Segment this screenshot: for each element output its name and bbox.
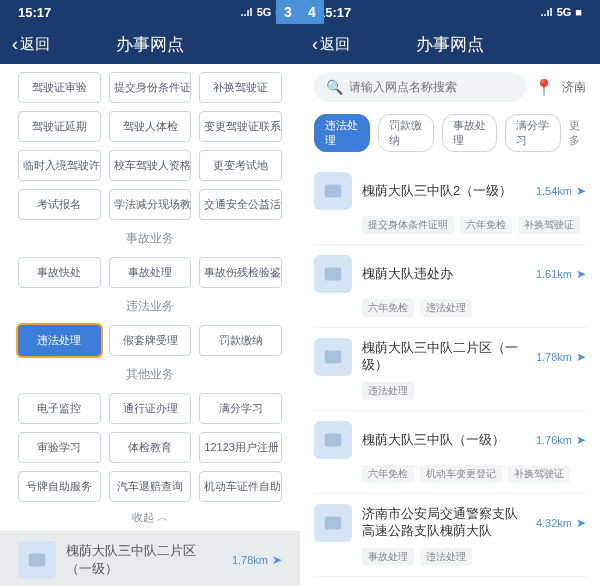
list-title: 槐荫大队三中队二片区（一级） <box>362 340 526 374</box>
filter-chip[interactable]: 事故处理 <box>442 114 498 152</box>
filter-chip-active[interactable]: 违法处理 <box>314 114 370 152</box>
service-chip[interactable]: 驾驶人体检 <box>109 111 192 142</box>
service-chip[interactable]: 通行证办理 <box>109 393 192 424</box>
service-chip[interactable]: 事故处理 <box>109 257 192 288</box>
screenshot-badge: 3 <box>276 0 300 24</box>
list-item[interactable]: 槐荫大队三中队一片区（一级） 5.51km➤ 违法处理 <box>314 577 586 586</box>
collapse-toggle[interactable]: 收起 ︿ <box>18 510 282 525</box>
service-chip[interactable]: 号牌自助服务 <box>18 471 101 502</box>
filter-chip[interactable]: 罚款缴纳 <box>378 114 434 152</box>
list-tag: 六年免检 <box>362 299 414 317</box>
status-right: ..ıl 5G ■ <box>540 6 582 18</box>
svg-rect-0 <box>29 554 46 567</box>
list-item[interactable]: 槐荫大队三中队二片区（一级） 1.78km➤ 违法处理 <box>314 328 586 411</box>
result-distance: 1.78km➤ <box>232 553 282 567</box>
chevron-left-icon: ‹ <box>12 34 18 55</box>
list-tag: 违法处理 <box>362 382 414 400</box>
service-chip[interactable]: 12123用户注册 <box>199 432 282 463</box>
service-chip[interactable]: 机动车证件自助服务 <box>199 471 282 502</box>
list-tag: 六年免检 <box>362 465 414 483</box>
service-chip[interactable]: 驾驶证延期 <box>18 111 101 142</box>
list-tag: 事故处理 <box>362 548 414 566</box>
filter-more[interactable]: 更多 <box>569 118 586 148</box>
service-chip-selected[interactable]: 违法处理 <box>18 325 101 356</box>
search-bar: 🔍 📍 济南 <box>300 64 600 110</box>
status-bar: 15:17 ..ıl 5G ■ <box>0 0 300 24</box>
location-thumb-icon <box>314 172 352 210</box>
service-chip[interactable]: 更变考试地 <box>199 150 282 181</box>
navigate-icon: ➤ <box>576 433 586 447</box>
city-selector[interactable]: 济南 <box>562 79 586 96</box>
page-title: 办事网点 <box>116 33 184 56</box>
service-chip[interactable]: 临时入境驾驶许可 <box>18 150 101 181</box>
service-chip[interactable]: 审验学习 <box>18 432 101 463</box>
svg-rect-4 <box>325 434 342 447</box>
list-tag: 机动车变更登记 <box>420 465 502 483</box>
list-tag: 六年免检 <box>460 216 512 234</box>
section-accident-label: 事故业务 <box>18 230 282 247</box>
status-time: 15:17 <box>18 5 51 20</box>
bottom-result-card[interactable]: 槐荫大队三中队二片区（一级） 1.78km➤ 违法处理 <box>0 531 300 586</box>
list-title: 槐荫大队三中队（一级） <box>362 432 526 449</box>
list-tag: 违法处理 <box>420 299 472 317</box>
search-input[interactable] <box>349 80 514 94</box>
list-distance: 1.54km➤ <box>536 184 586 198</box>
list-distance: 4.32km➤ <box>536 516 586 530</box>
service-chip[interactable]: 汽车退赔查询 <box>109 471 192 502</box>
svg-rect-1 <box>325 185 342 198</box>
service-chip[interactable]: 电子监控 <box>18 393 101 424</box>
list-tag: 补换驾驶证 <box>518 216 580 234</box>
header: ‹ 返回 办事网点 <box>300 24 600 64</box>
list-title: 槐荫大队三中队2（一级） <box>362 183 526 200</box>
status-bar: 15:17 ..ıl 5G ■ <box>300 0 600 24</box>
service-chip[interactable]: 交通安全公益活动 <box>199 189 282 220</box>
list-tag: 提交身体条件证明 <box>362 216 454 234</box>
list-item[interactable]: 槐荫大队违处办 1.61km➤ 六年免检违法处理 <box>314 245 586 328</box>
service-chip[interactable]: 事故快处 <box>18 257 101 288</box>
location-thumb-icon <box>314 504 352 542</box>
service-chip[interactable]: 事故伤残检验鉴定 <box>199 257 282 288</box>
list-title: 济南市公安局交通警察支队高速公路支队槐荫大队 <box>362 506 526 540</box>
location-thumb-icon <box>314 338 352 376</box>
list-item[interactable]: 济南市公安局交通警察支队高速公路支队槐荫大队 4.32km➤ 事故处理违法处理 <box>314 494 586 577</box>
service-chip[interactable]: 补换驾驶证 <box>199 72 282 103</box>
service-chip[interactable]: 提交身份条件证明 <box>109 72 192 103</box>
service-chip[interactable]: 校车驾驶人资格 <box>109 150 192 181</box>
list-tag: 违法处理 <box>420 548 472 566</box>
service-chip[interactable]: 假套牌受理 <box>109 325 192 356</box>
header: ‹ 返回 办事网点 <box>0 24 300 64</box>
search-icon: 🔍 <box>326 79 343 95</box>
list-item[interactable]: 槐荫大队三中队2（一级） 1.54km➤ 提交身体条件证明六年免检补换驾驶证 <box>314 162 586 245</box>
service-chip[interactable]: 考试报名 <box>18 189 101 220</box>
location-pin-icon: 📍 <box>534 78 554 97</box>
filter-row: 违法处理 罚款缴纳 事故处理 满分学习 更多 <box>300 110 600 162</box>
list-title: 槐荫大队违处办 <box>362 266 526 283</box>
navigate-icon: ➤ <box>576 516 586 530</box>
filter-chip[interactable]: 满分学习 <box>505 114 561 152</box>
service-chip[interactable]: 体检教育 <box>109 432 192 463</box>
service-chip[interactable]: 满分学习 <box>199 393 282 424</box>
svg-rect-3 <box>325 351 342 364</box>
navigate-icon: ➤ <box>576 184 586 198</box>
left-content: 驾驶证审验提交身份条件证明补换驾驶证 驾驶证延期驾驶人体检变更驾驶证联系方式 临… <box>0 64 300 586</box>
service-chip[interactable]: 驾驶证审验 <box>18 72 101 103</box>
service-chip[interactable]: 学法减分现场教育 <box>109 189 192 220</box>
search-input-wrap[interactable]: 🔍 <box>314 72 526 102</box>
navigate-icon: ➤ <box>576 267 586 281</box>
list-distance: 1.61km➤ <box>536 267 586 281</box>
navigate-icon: ➤ <box>576 350 586 364</box>
service-chip[interactable]: 变更驾驶证联系方式 <box>199 111 282 142</box>
list-item[interactable]: 槐荫大队三中队（一级） 1.76km➤ 六年免检机动车变更登记补换驾驶证 <box>314 411 586 494</box>
location-thumb-icon <box>314 255 352 293</box>
back-button[interactable]: ‹ 返回 <box>312 34 350 55</box>
section-violation-label: 违法业务 <box>18 298 282 315</box>
list-distance: 1.78km➤ <box>536 350 586 364</box>
service-chip[interactable]: 罚款缴纳 <box>199 325 282 356</box>
page-title: 办事网点 <box>416 33 484 56</box>
back-button[interactable]: ‹ 返回 <box>12 34 50 55</box>
list-distance: 1.76km➤ <box>536 433 586 447</box>
location-thumb-icon <box>314 421 352 459</box>
svg-rect-2 <box>325 268 342 281</box>
screenshot-badge: 4 <box>300 0 324 24</box>
section-other-label: 其他业务 <box>18 366 282 383</box>
